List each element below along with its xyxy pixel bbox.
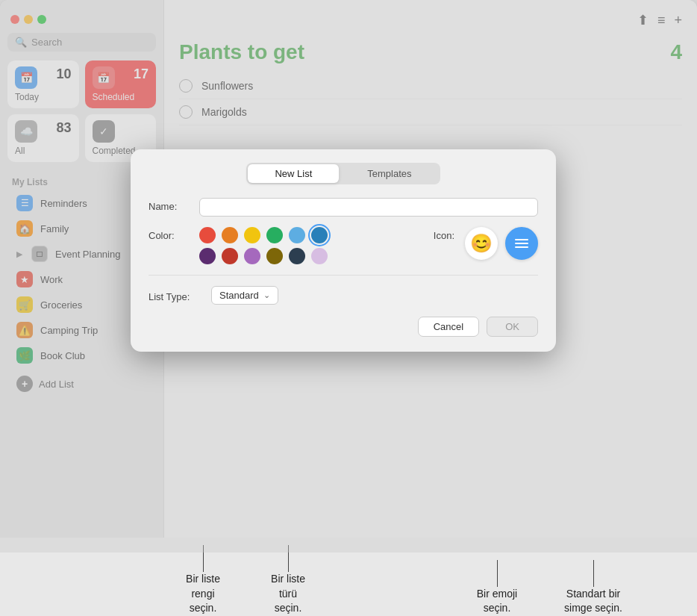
color-purple[interactable]: [244, 248, 260, 264]
svg-rect-2: [515, 246, 528, 248]
icon-label: Icon:: [434, 227, 459, 241]
annotation-text-4: Standart birsimge seçin.: [564, 587, 622, 616]
color-dark-gray[interactable]: [289, 248, 305, 264]
color-orange[interactable]: [222, 227, 238, 243]
icon-emoji[interactable]: 😊: [465, 227, 498, 260]
tab-group: New List Templates: [246, 163, 440, 184]
list-type-select[interactable]: Standard ⌄: [211, 286, 278, 305]
color-label: Color:: [149, 227, 192, 241]
annotation-col-3: Bir emojiseçin.: [467, 560, 527, 616]
color-indigo[interactable]: [199, 248, 216, 264]
color-dark-red[interactable]: [222, 248, 238, 264]
color-row-1: [199, 227, 328, 243]
chevron-down-icon: ⌄: [263, 290, 270, 300]
annotation-text-3: Bir emojiseçin.: [477, 587, 517, 616]
color-grid: [199, 227, 328, 264]
tab-templates[interactable]: Templates: [340, 164, 438, 183]
name-label: Name:: [149, 198, 192, 212]
color-light-blue[interactable]: [289, 227, 305, 243]
color-red[interactable]: [199, 227, 216, 243]
color-yellow[interactable]: [244, 227, 260, 243]
annotation-col-2: Bir listetürü seçin.: [258, 545, 318, 616]
list-type-row: List Type: Standard ⌄: [149, 286, 538, 305]
annotation-col-1: Bir listerengi seçin.: [173, 545, 233, 616]
icon-options: 😊: [465, 227, 538, 260]
new-list-dialog: New List Templates Name: Color:: [131, 149, 556, 352]
color-green[interactable]: [266, 227, 283, 243]
annotation-col-4: Standart birsimge seçin.: [556, 560, 631, 616]
svg-rect-1: [515, 243, 528, 244]
dialog-divider: [149, 275, 538, 276]
ok-button[interactable]: OK: [487, 317, 538, 337]
name-row: Name:: [149, 198, 538, 217]
dialog-tabs: New List Templates: [149, 163, 538, 184]
icon-list[interactable]: [505, 227, 538, 260]
name-input[interactable]: [199, 198, 538, 217]
cancel-button[interactable]: Cancel: [418, 317, 479, 337]
list-type-value: Standard: [219, 290, 259, 301]
annotation-text-1: Bir listerengi seçin.: [181, 572, 225, 616]
color-pink[interactable]: [311, 248, 328, 264]
annotation-text-2: Bir listetürü seçin.: [266, 572, 310, 616]
color-brown[interactable]: [266, 248, 283, 264]
tab-new-list[interactable]: New List: [248, 164, 339, 183]
dialog-actions: Cancel OK: [149, 317, 538, 337]
color-row-2: [199, 248, 328, 264]
color-blue[interactable]: [311, 227, 328, 243]
svg-rect-0: [515, 239, 528, 240]
list-type-label: List Type:: [149, 288, 204, 302]
